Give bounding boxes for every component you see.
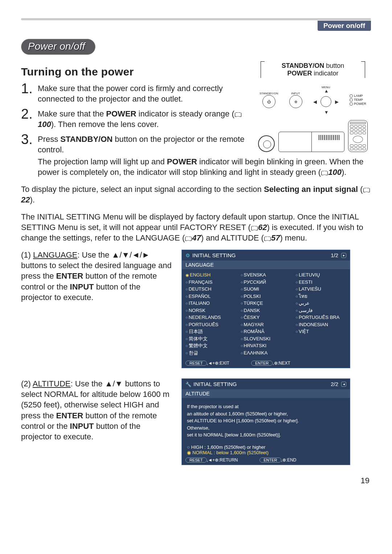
page-next-icon: ▸ [341, 253, 346, 258]
lang-option: ITALIANO [185, 300, 236, 307]
lang-option: ไทย [295, 293, 346, 300]
lang-option: NORSK [185, 307, 236, 314]
diagram-callout: STANDBY/ON button POWER indicator [261, 61, 365, 78]
book-icon [235, 112, 241, 117]
book-icon [264, 236, 271, 241]
section-tab: Power on/off [318, 21, 371, 31]
lang-option: عربي [295, 300, 346, 307]
lang-option: 简体中文 [185, 335, 236, 342]
lang-option: EESTI [295, 279, 346, 286]
standby-on-button: ⏻ [262, 95, 275, 108]
lang-option: ESPAÑOL [185, 293, 236, 300]
lang-option: SUOMI [241, 286, 291, 293]
standby-label: STANDBY/ON [260, 92, 278, 95]
input-label: INPUT [289, 92, 302, 95]
lang-option: DANSK [241, 307, 291, 314]
osd-altitude-screenshot: INITIAL SETTING 2/2◂ ALTITUDE If the pro… [181, 378, 350, 465]
lang-col-2: SVENSKAРУССКИЙSUOMIPOLSKITÜRKÇEDANSKČESK… [241, 271, 291, 356]
lang-option: 繁體中文 [185, 342, 236, 349]
lang-option: LATVIEŠU [295, 286, 346, 293]
step-3-text: Press STANDBY/ON button on the projector… [38, 132, 247, 155]
lang-col-3: LIETUVIŲEESTILATVIEŠUไทยعربيفارسیPORTUGU… [295, 271, 346, 356]
projector-body-icon [278, 132, 344, 152]
lang-option: ČESKY [241, 314, 291, 321]
gear-icon [185, 252, 192, 258]
input-button: ⊕ [289, 95, 302, 108]
lang-option: PORTUGUÊS BRA [295, 314, 346, 321]
osd-language-screenshot: INITIAL SETTING 1/2▸ LANGUAGE ENGLISHFRA… [181, 250, 350, 368]
step-number-3: 3. [21, 132, 38, 155]
lang-option: فارسی [295, 307, 346, 314]
book-icon [363, 187, 370, 192]
remote-icon [348, 120, 368, 152]
menu-dpad: ▲ ▼ ◀ ▶ [313, 89, 339, 114]
book-icon [251, 225, 258, 230]
paragraph-select-input: To display the picture, select an input … [21, 184, 371, 205]
lang-option: ROMÂNĂ [241, 328, 291, 335]
lang-option: 日本語 [185, 328, 236, 335]
lang-option: DEUTSCH [185, 286, 236, 293]
instruction-language: (1) LANGUAGE: Use the ▲/▼/◄/► buttons to… [21, 250, 173, 302]
lang-option: 한글 [185, 349, 236, 357]
lang-option: NEDERLANDS [185, 314, 236, 321]
indicator-leds: LAMP TEMP POWER [350, 94, 366, 106]
header-rule [21, 18, 371, 20]
lang-option: РУССКИЙ [241, 279, 291, 286]
lang-option: SVENSKA [241, 271, 291, 279]
lang-option: ΕΛΛΗΝΙΚΑ [241, 349, 291, 357]
lang-col-1: ENGLISHFRANÇAISDEUTSCHESPAÑOLITALIANONOR… [185, 271, 236, 356]
instruction-altitude: (2) ALTITUDE: Use the ▲/▼ buttons to sel… [21, 378, 173, 442]
lang-option: MAGYAR [241, 321, 291, 328]
step-1-text: Make sure that the power cord is firmly … [38, 82, 247, 104]
lang-option: FRANÇAIS [185, 279, 236, 286]
lang-option: HRVATSKI [241, 342, 291, 349]
step-3-continuation: The projection lamp will light up and PO… [21, 156, 371, 177]
page-title: Turning on the power [21, 66, 247, 78]
lang-option: PORTUGUÊS [185, 321, 236, 328]
projector-lens-icon [258, 135, 275, 152]
paragraph-initial-setting: The INITIAL SETTING Menu will be display… [21, 212, 371, 243]
lang-option: ENGLISH [185, 271, 236, 279]
step-2-text: Make sure that the POWER indicator is st… [38, 107, 247, 130]
book-icon [185, 236, 192, 241]
lang-option: TÜRKÇE [241, 300, 291, 307]
step-number-2: 2. [21, 107, 38, 130]
page-number: 19 [21, 476, 371, 485]
wrench-icon [185, 381, 193, 387]
book-icon [321, 170, 328, 175]
section-pill: Power on/off [21, 39, 95, 55]
lang-option: INDONESIAN [295, 321, 346, 328]
page-prev-icon: ◂ [341, 382, 346, 387]
projector-diagram: STANDBY/ON button POWER indicator STANDB… [255, 61, 371, 155]
lang-option: LIETUVIŲ [295, 271, 346, 279]
lang-option: VIỆT [295, 328, 346, 335]
lang-option: SLOVENSKI [241, 335, 291, 342]
lang-option: POLSKI [241, 293, 291, 300]
step-number-1: 1. [21, 82, 38, 104]
